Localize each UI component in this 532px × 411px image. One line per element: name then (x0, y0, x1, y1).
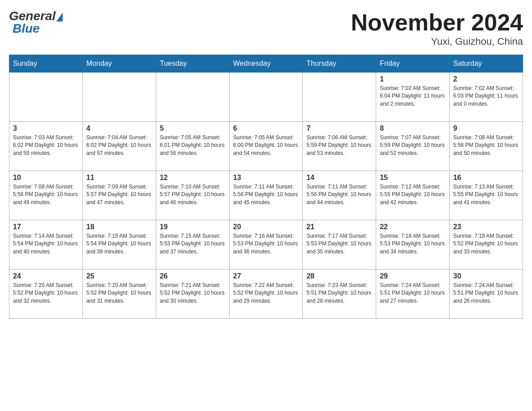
calendar-cell: 22Sunrise: 7:18 AM Sunset: 5:53 PM Dayli… (376, 220, 450, 270)
calendar-cell: 1Sunrise: 7:02 AM Sunset: 6:04 PM Daylig… (376, 73, 450, 122)
day-number: 30 (453, 272, 519, 280)
day-info: Sunrise: 7:14 AM Sunset: 5:54 PM Dayligh… (13, 232, 79, 256)
calendar-cell: 18Sunrise: 7:15 AM Sunset: 5:54 PM Dayli… (82, 220, 156, 270)
calendar-cell: 2Sunrise: 7:02 AM Sunset: 6:03 PM Daylig… (450, 73, 523, 122)
calendar-cell: 24Sunrise: 7:20 AM Sunset: 5:52 PM Dayli… (9, 270, 83, 319)
weekday-header-monday: Monday (82, 55, 156, 73)
calendar-cell (303, 73, 376, 122)
calendar-cell: 12Sunrise: 7:10 AM Sunset: 5:57 PM Dayli… (156, 171, 229, 220)
calendar-cell: 10Sunrise: 7:08 AM Sunset: 5:58 PM Dayli… (9, 171, 83, 220)
day-number: 16 (453, 174, 519, 182)
day-info: Sunrise: 7:03 AM Sunset: 6:02 PM Dayligh… (13, 134, 79, 157)
day-number: 4 (86, 124, 152, 133)
day-number: 14 (306, 174, 372, 182)
calendar-cell: 21Sunrise: 7:17 AM Sunset: 5:53 PM Dayli… (303, 220, 376, 270)
day-number: 26 (160, 272, 226, 280)
day-info: Sunrise: 7:24 AM Sunset: 5:51 PM Dayligh… (453, 282, 519, 305)
calendar-week-3: 17Sunrise: 7:14 AM Sunset: 5:54 PM Dayli… (9, 220, 523, 270)
day-number: 18 (86, 223, 152, 231)
calendar-cell: 25Sunrise: 7:20 AM Sunset: 5:52 PM Dayli… (82, 270, 156, 319)
day-number: 5 (160, 124, 226, 133)
weekday-header-saturday: Saturday (450, 55, 523, 73)
calendar-cell: 8Sunrise: 7:07 AM Sunset: 5:59 PM Daylig… (376, 122, 450, 171)
calendar-cell: 30Sunrise: 7:24 AM Sunset: 5:51 PM Dayli… (450, 270, 523, 319)
day-number: 10 (13, 174, 79, 182)
day-number: 8 (380, 124, 446, 133)
day-number: 22 (380, 223, 446, 231)
day-info: Sunrise: 7:08 AM Sunset: 5:58 PM Dayligh… (453, 134, 519, 157)
day-info: Sunrise: 7:20 AM Sunset: 5:52 PM Dayligh… (86, 282, 152, 305)
calendar-cell: 19Sunrise: 7:15 AM Sunset: 5:53 PM Dayli… (156, 220, 229, 270)
day-number: 12 (160, 174, 226, 182)
calendar-cell: 15Sunrise: 7:12 AM Sunset: 5:55 PM Dayli… (376, 171, 450, 220)
weekday-header-row: SundayMondayTuesdayWednesdayThursdayFrid… (9, 55, 523, 73)
day-number: 9 (453, 124, 519, 133)
day-number: 7 (306, 124, 372, 133)
calendar-cell (9, 73, 83, 122)
calendar-cell: 17Sunrise: 7:14 AM Sunset: 5:54 PM Dayli… (9, 220, 83, 270)
day-info: Sunrise: 7:16 AM Sunset: 5:53 PM Dayligh… (233, 232, 299, 256)
day-info: Sunrise: 7:12 AM Sunset: 5:55 PM Dayligh… (380, 183, 446, 206)
day-info: Sunrise: 7:04 AM Sunset: 6:02 PM Dayligh… (86, 134, 152, 157)
day-info: Sunrise: 7:15 AM Sunset: 5:53 PM Dayligh… (160, 232, 226, 256)
day-info: Sunrise: 7:17 AM Sunset: 5:53 PM Dayligh… (306, 232, 372, 256)
calendar-cell: 4Sunrise: 7:04 AM Sunset: 6:02 PM Daylig… (82, 122, 156, 171)
calendar-cell: 20Sunrise: 7:16 AM Sunset: 5:53 PM Dayli… (229, 220, 303, 270)
day-number: 2 (453, 75, 519, 83)
day-number: 19 (160, 223, 226, 231)
day-info: Sunrise: 7:02 AM Sunset: 6:04 PM Dayligh… (380, 85, 446, 108)
day-number: 23 (453, 223, 519, 231)
calendar-cell: 16Sunrise: 7:13 AM Sunset: 5:55 PM Dayli… (450, 171, 523, 220)
weekday-header-sunday: Sunday (9, 55, 83, 73)
day-info: Sunrise: 7:19 AM Sunset: 5:52 PM Dayligh… (453, 232, 519, 256)
day-number: 28 (306, 272, 372, 280)
weekday-header-tuesday: Tuesday (156, 55, 229, 73)
calendar-cell: 27Sunrise: 7:22 AM Sunset: 5:52 PM Dayli… (229, 270, 303, 319)
location: Yuxi, Guizhou, China (351, 36, 523, 47)
day-number: 21 (306, 223, 372, 231)
calendar-week-1: 3Sunrise: 7:03 AM Sunset: 6:02 PM Daylig… (9, 122, 523, 171)
day-number: 15 (380, 174, 446, 182)
day-info: Sunrise: 7:08 AM Sunset: 5:58 PM Dayligh… (13, 183, 79, 206)
calendar-cell (82, 73, 156, 122)
calendar-cell: 28Sunrise: 7:23 AM Sunset: 5:51 PM Dayli… (303, 270, 376, 319)
day-number: 24 (13, 272, 79, 280)
calendar-cell: 11Sunrise: 7:09 AM Sunset: 5:57 PM Dayli… (82, 171, 156, 220)
weekday-header-thursday: Thursday (303, 55, 376, 73)
day-number: 29 (380, 272, 446, 280)
calendar-cell: 14Sunrise: 7:11 AM Sunset: 5:56 PM Dayli… (303, 171, 376, 220)
day-info: Sunrise: 7:15 AM Sunset: 5:54 PM Dayligh… (86, 232, 152, 256)
weekday-header-friday: Friday (376, 55, 450, 73)
calendar-cell: 5Sunrise: 7:05 AM Sunset: 6:01 PM Daylig… (156, 122, 229, 171)
calendar-week-4: 24Sunrise: 7:20 AM Sunset: 5:52 PM Dayli… (9, 270, 523, 319)
day-info: Sunrise: 7:09 AM Sunset: 5:57 PM Dayligh… (86, 183, 152, 206)
calendar-cell (156, 73, 229, 122)
day-info: Sunrise: 7:06 AM Sunset: 5:59 PM Dayligh… (306, 134, 372, 157)
day-info: Sunrise: 7:23 AM Sunset: 5:51 PM Dayligh… (306, 282, 372, 305)
day-info: Sunrise: 7:07 AM Sunset: 5:59 PM Dayligh… (380, 134, 446, 157)
day-number: 11 (86, 174, 152, 182)
day-info: Sunrise: 7:02 AM Sunset: 6:03 PM Dayligh… (453, 85, 519, 108)
day-number: 20 (233, 223, 299, 231)
calendar-week-2: 10Sunrise: 7:08 AM Sunset: 5:58 PM Dayli… (9, 171, 523, 220)
calendar-cell: 3Sunrise: 7:03 AM Sunset: 6:02 PM Daylig… (9, 122, 83, 171)
day-number: 17 (13, 223, 79, 231)
calendar-cell (229, 73, 303, 122)
calendar-cell: 7Sunrise: 7:06 AM Sunset: 5:59 PM Daylig… (303, 122, 376, 171)
calendar-cell: 29Sunrise: 7:24 AM Sunset: 5:51 PM Dayli… (376, 270, 450, 319)
month-title: November 2024 (351, 9, 523, 36)
day-number: 6 (233, 124, 299, 133)
header: General Blue November 2024 Yuxi, Guizhou… (9, 9, 523, 47)
day-info: Sunrise: 7:05 AM Sunset: 6:00 PM Dayligh… (233, 134, 299, 157)
day-info: Sunrise: 7:10 AM Sunset: 5:57 PM Dayligh… (160, 183, 226, 206)
day-info: Sunrise: 7:21 AM Sunset: 5:52 PM Dayligh… (160, 282, 226, 305)
calendar-cell: 6Sunrise: 7:05 AM Sunset: 6:00 PM Daylig… (229, 122, 303, 171)
calendar-cell: 13Sunrise: 7:11 AM Sunset: 5:56 PM Dayli… (229, 171, 303, 220)
day-number: 3 (13, 124, 79, 133)
calendar-week-0: 1Sunrise: 7:02 AM Sunset: 6:04 PM Daylig… (9, 73, 523, 122)
title-area: November 2024 Yuxi, Guizhou, China (351, 9, 523, 47)
day-info: Sunrise: 7:05 AM Sunset: 6:01 PM Dayligh… (160, 134, 226, 157)
logo-triangle-icon (56, 13, 63, 21)
weekday-header-wednesday: Wednesday (229, 55, 303, 73)
day-number: 27 (233, 272, 299, 280)
